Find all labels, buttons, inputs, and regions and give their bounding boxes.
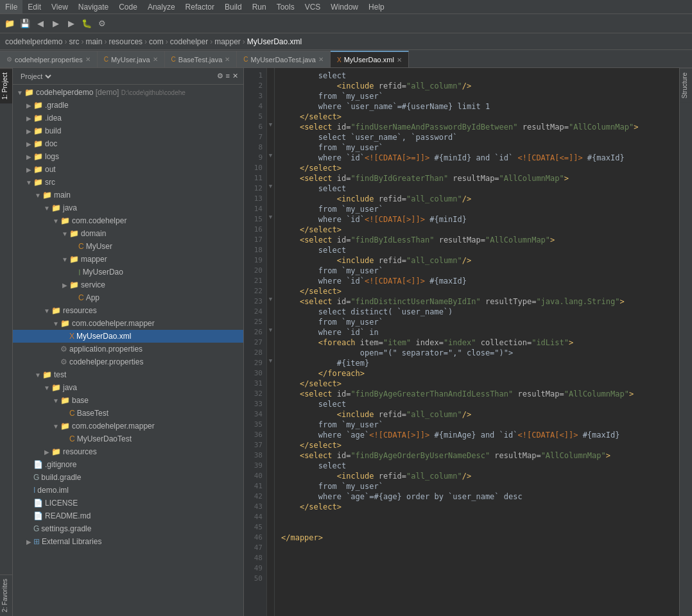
tree-item-app-prop[interactable]: ▶ ⚙ application.properties (13, 343, 243, 355)
sidebar-icon-collapse[interactable]: ≡ (226, 72, 230, 80)
tree-item-idea[interactable]: ▶ 📁 .idea (13, 112, 243, 124)
toolbar-forward[interactable]: ▶ (49, 17, 63, 31)
tree-item-myuserdao[interactable]: ▶ I MyUserDao (13, 266, 243, 278)
tree-item-mapper[interactable]: ▼ 📁 mapper (13, 253, 243, 266)
breadcrumb-item[interactable]: main (85, 37, 102, 46)
fold-marker[interactable]: ▼ (267, 294, 274, 304)
menu-edit[interactable]: Edit (22, 0, 46, 13)
tree-item-gitignore[interactable]: ▶ 📄 .gitignore (13, 458, 243, 471)
vtab-structure[interactable]: Structure (680, 68, 692, 103)
menu-build[interactable]: Build (220, 0, 247, 13)
menu-help[interactable]: Help (363, 0, 390, 13)
menu-vcs[interactable]: VCS (300, 0, 326, 13)
tree-item-com-codehelper-mapper-test[interactable]: ▼ 📁 com.codehelper.mapper (13, 420, 243, 432)
tree-item-test[interactable]: ▼ 📁 test (13, 368, 243, 381)
toolbar-save[interactable]: 💾 (18, 17, 32, 31)
tab-myuser-java[interactable]: C MyUser.java ✕ (98, 51, 165, 67)
sidebar-icon-gear[interactable]: ⚙ (217, 72, 223, 80)
folder-icon: 📁 (33, 114, 43, 123)
sidebar-header: Project ⚙ ≡ ✕ (13, 68, 243, 85)
tree-item-com-codehelper[interactable]: ▼ 📁 com.codehelper (13, 214, 243, 227)
tree-item-logs[interactable]: ▶ 📁 logs (13, 150, 243, 163)
fold-marker[interactable]: ▼ (267, 325, 274, 335)
tree-item-readme[interactable]: ▶ 📄 README.md (13, 509, 243, 522)
tree-item-main[interactable]: ▼ 📁 main (13, 189, 243, 201)
tree-item-myuserdaotest[interactable]: ▶ C MyUserDaoTest (13, 432, 243, 445)
menu-code[interactable]: Code (114, 0, 143, 13)
tree-item-myuser[interactable]: ▶ C MyUser (13, 240, 243, 253)
toolbar-debug[interactable]: 🐛 (80, 17, 94, 31)
tree-item-license[interactable]: ▶ 📄 LICENSE (13, 497, 243, 509)
tree-item-java[interactable]: ▼ 📁 java (13, 201, 243, 214)
tree-item-demo-iml[interactable]: ▶ I demo.iml (13, 484, 243, 497)
tree-label: resources (63, 306, 241, 315)
menu-file[interactable]: File (0, 0, 22, 13)
tab-icon: X (337, 56, 342, 64)
tab-myuserdaotest-java[interactable]: C MyUserDaoTest.java ✕ (237, 51, 331, 67)
sidebar-icon-close[interactable]: ✕ (232, 72, 238, 80)
tab-close[interactable]: ✕ (318, 56, 324, 63)
tree-item-domain[interactable]: ▼ 📁 domain (13, 227, 243, 240)
code-editor[interactable]: select <include refid="all_column"/> fro… (275, 68, 679, 616)
fold-marker[interactable]: ▼ (267, 355, 274, 366)
menu-tools[interactable]: Tools (272, 0, 300, 13)
tree-item-ext-libraries[interactable]: ▶ ⊞ External Libraries (13, 535, 243, 548)
tree-item-gradle[interactable]: ▶ 📁 .gradle (13, 99, 243, 112)
tree-item-basetest[interactable]: ▶ C BaseTest (13, 407, 243, 420)
toolbar-back[interactable]: ◀ (33, 17, 48, 31)
tab-close[interactable]: ✕ (225, 56, 230, 63)
fold-marker[interactable]: ▼ (267, 119, 274, 130)
md-icon: 📄 (33, 511, 43, 520)
tree-item-com-codehelper-mapper[interactable]: ▼ 📁 com.codehelper.mapper (13, 317, 243, 330)
vtab-favorites[interactable]: 2: Favorites (0, 574, 12, 616)
tree-item-build[interactable]: ▶ 📁 build (13, 124, 243, 137)
tree-item-settings-gradle[interactable]: ▶ G settings.gradle (13, 522, 243, 535)
tab-close[interactable]: ✕ (397, 56, 402, 64)
menu-analyze[interactable]: Analyze (143, 0, 180, 13)
tree-item-resources-test[interactable]: ▶ 📁 resources (13, 445, 243, 458)
tree-item-codehelper-prop[interactable]: ▶ ⚙ codehelper.properties (13, 355, 243, 368)
fold-marker[interactable]: ▼ (267, 212, 274, 222)
tab-basetest-java[interactable]: C BaseTest.java ✕ (165, 51, 238, 67)
breadcrumb-item[interactable]: codehelperdemo (5, 37, 62, 46)
tree-item-base[interactable]: ▼ 📁 base (13, 394, 243, 407)
tree-item-resources[interactable]: ▼ 📁 resources (13, 304, 243, 317)
menu-refactor[interactable]: Refactor (180, 0, 220, 13)
editor-content[interactable]: 12345 678910 1112131415 1617181920 21222… (244, 68, 679, 616)
tab-close[interactable]: ✕ (153, 56, 158, 63)
menu-view[interactable]: View (46, 0, 73, 13)
vtab-project[interactable]: 1: Project (0, 68, 12, 103)
breadcrumb-item[interactable]: codehelper (170, 37, 208, 46)
tree-root[interactable]: ▼ 📁 codehelperdemo [demo] D:\code\github… (13, 86, 243, 99)
menu-run[interactable]: Run (247, 0, 272, 13)
tree-item-myuserdao-xml[interactable]: ▶ X MyUserDao.xml (13, 330, 243, 343)
toolbar-run[interactable]: ▶ (64, 17, 78, 31)
tree-item-java-test[interactable]: ▼ 📁 java (13, 381, 243, 394)
tab-label: BaseTest.java (178, 56, 222, 64)
breadcrumb-item[interactable]: mapper (214, 37, 241, 46)
toolbar-settings[interactable]: ⚙ (95, 17, 109, 31)
tab-myuserdao-xml[interactable]: X MyUserDao.xml ✕ (331, 51, 409, 67)
tree-label: demo.iml (37, 486, 241, 495)
breadcrumb-item-active[interactable]: MyUserDao.xml (247, 37, 302, 46)
menu-window[interactable]: Window (325, 0, 363, 13)
breadcrumb-item[interactable]: com (149, 37, 164, 46)
toolbar-open[interactable]: 📁 (3, 17, 17, 31)
breadcrumb-item[interactable]: resources (108, 37, 143, 46)
tab-close[interactable]: ✕ (85, 56, 91, 63)
tree-item-service[interactable]: ▶ 📁 service (13, 278, 243, 291)
menu-navigate[interactable]: Navigate (73, 0, 114, 13)
fold-marker[interactable]: ▼ (267, 150, 274, 160)
tab-codehelper-properties[interactable]: ⚙ codehelper.properties ✕ (0, 51, 98, 67)
tree-item-app[interactable]: ▶ C App (13, 291, 243, 304)
tree-item-out[interactable]: ▶ 📁 out (13, 163, 243, 176)
sidebar-scope-select[interactable]: Project (18, 72, 53, 81)
folder-icon: 📁 (51, 447, 61, 456)
tree-item-doc[interactable]: ▶ 📁 doc (13, 137, 243, 150)
fold-marker[interactable]: ▼ (267, 181, 274, 191)
tab-icon: ⚙ (6, 56, 12, 63)
tab-label: MyUserDaoTest.java (251, 56, 316, 64)
tree-item-src[interactable]: ▼ 📁 src (13, 176, 243, 189)
tree-item-build-gradle[interactable]: ▶ G build.gradle (13, 471, 243, 484)
breadcrumb-item[interactable]: src (69, 37, 79, 46)
